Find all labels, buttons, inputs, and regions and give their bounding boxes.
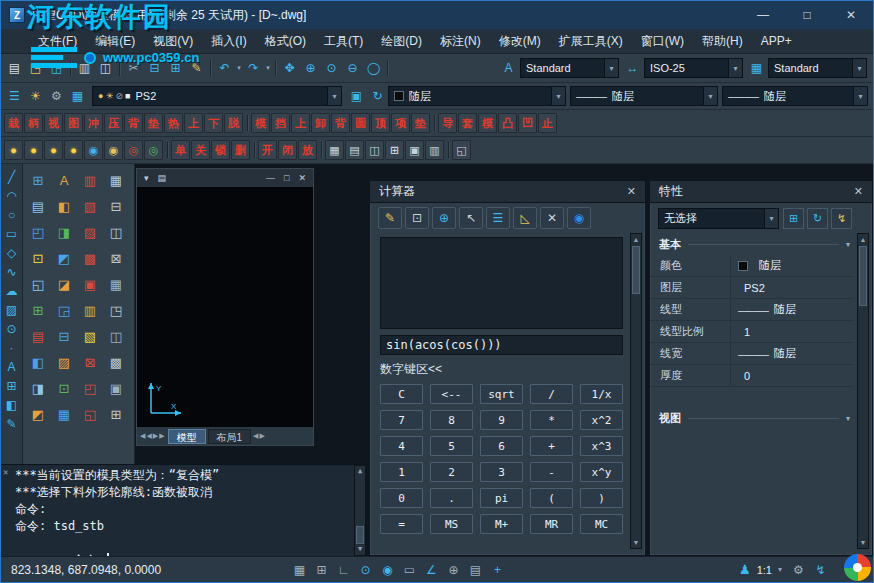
calc-key[interactable]: . <box>430 488 473 508</box>
layer-tool-icon[interactable]: ▦ <box>67 86 88 107</box>
calculator-scrollbar[interactable]: ▲ ▼ <box>630 233 642 549</box>
calc-key[interactable]: MR <box>530 514 573 534</box>
die-tool-button[interactable]: 垫 <box>144 113 163 133</box>
calc-tool-icon[interactable]: ◺ <box>513 207 537 229</box>
calc-key[interactable]: ) <box>580 488 623 508</box>
die-tool-button[interactable]: ⊞ <box>385 140 404 160</box>
scroll-up-icon[interactable]: ▲ <box>631 234 641 245</box>
style-icon[interactable]: ↔ <box>622 58 643 79</box>
palette-tool-icon[interactable]: ◩ <box>51 245 77 271</box>
section-view[interactable]: 视图 ▾ <box>650 407 854 429</box>
layer-tool-icon[interactable]: ↻ <box>367 86 388 107</box>
calc-tool-icon[interactable]: ✎ <box>378 207 402 229</box>
menu-item[interactable]: 绘图(D) <box>372 29 431 53</box>
calc-key[interactable]: 1 <box>380 462 423 482</box>
annotation-scale[interactable]: 1:1 <box>757 564 772 576</box>
calc-key[interactable]: * <box>530 410 573 430</box>
die-tool-button[interactable]: ▥ <box>425 140 444 160</box>
calc-tool-icon[interactable]: ⊡ <box>405 207 429 229</box>
style-icon[interactable]: A <box>498 58 519 79</box>
tab-model[interactable]: 模型 <box>168 429 206 444</box>
style-dropdown[interactable]: ISO-25 ▾ <box>644 58 743 78</box>
scroll-thumb[interactable] <box>859 246 867 306</box>
palette-tool-icon[interactable]: ⊡ <box>25 245 51 271</box>
calc-key[interactable]: C <box>380 384 423 404</box>
toolbar-icon[interactable]: ◫ <box>95 58 116 79</box>
die-tool-button[interactable]: ● <box>64 140 83 160</box>
calc-key[interactable]: / <box>530 384 573 404</box>
close-icon[interactable]: ✕ <box>627 185 636 198</box>
toolbar-icon[interactable] <box>272 58 279 78</box>
calc-key[interactable]: 9 <box>480 410 523 430</box>
palette-tool-icon[interactable]: ◧ <box>25 349 51 375</box>
close-button[interactable]: ✕ <box>829 1 873 29</box>
layer-tool-icon[interactable]: ☀ <box>25 86 46 107</box>
die-tool-button[interactable]: ● <box>44 140 63 160</box>
calc-key[interactable]: 0 <box>380 488 423 508</box>
menu-item[interactable]: 扩展工具(X) <box>550 29 632 53</box>
draw-tool-icon[interactable]: A <box>2 357 22 376</box>
die-tool-button[interactable] <box>164 140 171 160</box>
die-tool-button[interactable]: ▣ <box>405 140 424 160</box>
palette-tool-icon[interactable]: ◨ <box>25 375 51 401</box>
palette-tool-icon[interactable]: ▤ <box>25 323 51 349</box>
draw-tool-icon[interactable]: ○ <box>2 205 22 224</box>
palette-tool-icon[interactable]: ▤ <box>25 193 51 219</box>
die-tool-button[interactable]: 下 <box>204 113 223 133</box>
toolbar-icon[interactable]: ▾ <box>235 58 243 79</box>
draw-tool-icon[interactable]: ▭ <box>2 224 22 243</box>
calc-key[interactable]: 8 <box>430 410 473 430</box>
palette-tool-icon[interactable]: ◱ <box>77 401 103 427</box>
die-tool-button[interactable]: 卸 <box>311 113 330 133</box>
toolbar-icon[interactable]: ↶ <box>214 58 235 79</box>
die-tool-button[interactable]: 删 <box>231 140 250 160</box>
draw-tool-icon[interactable]: ⊙ <box>2 319 22 338</box>
toolbar-icon[interactable]: ▾ <box>264 58 272 79</box>
die-tool-button[interactable] <box>251 140 258 160</box>
minimize-button[interactable]: — <box>741 1 785 29</box>
keypad-label[interactable]: 数字键区<< <box>370 355 645 380</box>
status-toggle-icon[interactable]: ∠ <box>421 560 442 580</box>
status-toggle-icon[interactable]: ▭ <box>399 560 420 580</box>
calc-key[interactable]: M+ <box>480 514 523 534</box>
lineweight-dropdown[interactable]: ——— 随层 ▾ <box>722 86 868 106</box>
toolbar-icon[interactable] <box>384 58 391 78</box>
die-tool-button[interactable]: 压 <box>104 113 123 133</box>
calc-key[interactable]: 1/x <box>580 384 623 404</box>
palette-tool-icon[interactable]: ⊡ <box>51 375 77 401</box>
die-tool-button[interactable]: 导 <box>438 113 457 133</box>
calc-key[interactable]: 3 <box>480 462 523 482</box>
selection-tool-icon[interactable]: ⊞ <box>783 208 804 229</box>
die-tool-button[interactable]: 图 <box>64 113 83 133</box>
palette-tool-icon[interactable]: ▩ <box>77 245 103 271</box>
property-row[interactable]: 图层 PS2 <box>650 277 854 299</box>
toolbar-icon[interactable]: ✎ <box>186 58 207 79</box>
selection-tool-icon[interactable]: ↯ <box>831 208 852 229</box>
palette-tool-icon[interactable]: ▩ <box>103 349 129 375</box>
calc-key[interactable]: ( <box>530 488 573 508</box>
die-tool-button[interactable]: 锁 <box>211 140 230 160</box>
die-tool-button[interactable]: 背 <box>331 113 350 133</box>
die-tool-button[interactable]: 闭 <box>278 140 297 160</box>
die-tool-button[interactable]: 模 <box>251 113 270 133</box>
menu-item[interactable]: 窗口(W) <box>632 29 693 53</box>
calc-key[interactable]: pi <box>480 488 523 508</box>
toolbar-icon[interactable]: ◯ <box>363 58 384 79</box>
calc-key[interactable]: 6 <box>480 436 523 456</box>
status-toggle-icon[interactable]: ▦ <box>289 560 310 580</box>
draw-tool-icon[interactable]: ☁ <box>2 281 22 300</box>
calc-key[interactable]: x^y <box>580 462 623 482</box>
toolbar-icon[interactable] <box>116 58 123 78</box>
calc-tool-icon[interactable]: ◉ <box>567 207 591 229</box>
calc-key[interactable]: MC <box>580 514 623 534</box>
calc-tool-icon[interactable]: ↖ <box>459 207 483 229</box>
die-tool-button[interactable]: 项 <box>391 113 410 133</box>
status-toggle-icon[interactable]: ⊞ <box>311 560 332 580</box>
status-toggle-icon[interactable]: ⊕ <box>443 560 464 580</box>
draw-tool-icon[interactable]: ∙ <box>2 338 22 357</box>
toolbar-icon[interactable]: ◲ <box>46 58 67 79</box>
palette-tool-icon[interactable]: ⊠ <box>77 349 103 375</box>
die-tool-button[interactable]: 冲 <box>84 113 103 133</box>
die-tool-button[interactable]: 圆 <box>351 113 370 133</box>
calc-key[interactable]: MS <box>430 514 473 534</box>
